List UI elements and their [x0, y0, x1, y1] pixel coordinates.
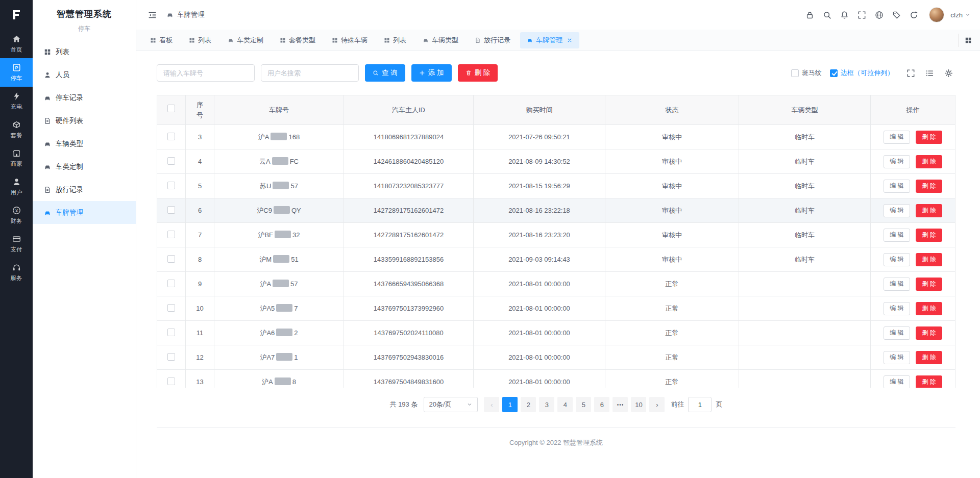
- app-logo[interactable]: [0, 0, 33, 30]
- edit-button[interactable]: 编 辑: [884, 155, 910, 168]
- row-delete-button[interactable]: 删 除: [916, 253, 942, 266]
- row-checkbox[interactable]: [167, 133, 175, 140]
- edit-button[interactable]: 编 辑: [884, 351, 910, 364]
- tab[interactable]: 车牌管理: [520, 32, 579, 48]
- cell-plate: 沪A168: [214, 125, 344, 149]
- page-button[interactable]: 3: [539, 397, 554, 412]
- query-button[interactable]: 查 询: [365, 64, 405, 82]
- sidebar-item[interactable]: 车辆类型: [33, 132, 136, 155]
- rail-item[interactable]: 首页: [0, 30, 33, 58]
- cell-status: 正常: [605, 370, 739, 388]
- sidebar-item[interactable]: 车类定制: [33, 155, 136, 178]
- page-button[interactable]: 4: [557, 397, 573, 412]
- page-button[interactable]: 1: [502, 397, 518, 412]
- fullscreen-icon[interactable]: [855, 8, 869, 22]
- row-delete-button[interactable]: 删 除: [916, 131, 942, 144]
- row-checkbox[interactable]: [167, 157, 175, 165]
- jump-page-input[interactable]: [688, 397, 712, 412]
- username-search-input[interactable]: [261, 64, 359, 82]
- delete-button[interactable]: 删 除: [458, 64, 498, 82]
- checkbox-checked[interactable]: [830, 69, 838, 77]
- edit-button[interactable]: 编 辑: [884, 204, 910, 217]
- tag-icon[interactable]: [890, 8, 903, 22]
- sidebar-item[interactable]: 人员: [33, 63, 136, 86]
- page-button[interactable]: ›: [649, 397, 665, 412]
- close-icon[interactable]: [567, 37, 573, 43]
- tab[interactable]: 列表: [182, 32, 218, 48]
- tab[interactable]: 放行记录: [468, 32, 517, 48]
- row-checkbox[interactable]: [167, 206, 175, 214]
- row-delete-button[interactable]: 删 除: [916, 302, 942, 315]
- sidebar-item[interactable]: 列表: [33, 40, 136, 63]
- rail-item[interactable]: 财务: [0, 201, 33, 230]
- page-button[interactable]: 5: [576, 397, 591, 412]
- page-button[interactable]: 10: [631, 397, 646, 412]
- avatar[interactable]: [929, 7, 944, 22]
- row-checkbox[interactable]: [167, 304, 175, 312]
- tab[interactable]: 看板: [143, 32, 179, 48]
- row-checkbox[interactable]: [167, 353, 175, 361]
- page-button[interactable]: 2: [521, 397, 536, 412]
- edit-button[interactable]: 编 辑: [884, 302, 910, 315]
- zebra-checkbox[interactable]: 斑马纹: [791, 68, 822, 78]
- row-checkbox[interactable]: [167, 329, 175, 336]
- edit-button[interactable]: 编 辑: [884, 180, 910, 193]
- row-checkbox[interactable]: [167, 182, 175, 189]
- tab-options-icon[interactable]: [958, 34, 973, 47]
- checkbox[interactable]: [791, 69, 799, 77]
- search-icon[interactable]: [820, 8, 834, 22]
- collapse-sidebar-icon[interactable]: [145, 8, 159, 22]
- edit-button[interactable]: 编 辑: [884, 253, 910, 266]
- rail-item[interactable]: 用户: [0, 172, 33, 201]
- row-delete-button[interactable]: 删 除: [916, 326, 942, 340]
- sidebar-item[interactable]: 硬件列表: [33, 109, 136, 132]
- tab[interactable]: 列表: [377, 32, 413, 48]
- row-checkbox[interactable]: [167, 255, 175, 263]
- tab[interactable]: 特殊车辆: [325, 32, 374, 48]
- plate-search-input[interactable]: [157, 64, 255, 82]
- rail-item[interactable]: 服务: [0, 258, 33, 287]
- rail-item[interactable]: 支付: [0, 230, 33, 258]
- row-delete-button[interactable]: 删 除: [916, 375, 942, 388]
- page-button[interactable]: ‹: [484, 397, 499, 412]
- edit-button[interactable]: 编 辑: [884, 375, 910, 388]
- cell-owner-id: 1427289175162601472: [344, 198, 474, 223]
- edit-button[interactable]: 编 辑: [884, 131, 910, 144]
- page-size-select[interactable]: 20条/页: [424, 397, 478, 412]
- row-checkbox[interactable]: [167, 231, 175, 238]
- expand-icon[interactable]: [904, 66, 918, 80]
- sidebar-item[interactable]: 放行记录: [33, 178, 136, 201]
- rail-item[interactable]: 套餐: [0, 115, 33, 144]
- row-delete-button[interactable]: 删 除: [916, 180, 942, 193]
- sidebar-item[interactable]: 停车记录: [33, 86, 136, 109]
- edit-button[interactable]: 编 辑: [884, 229, 910, 242]
- rail-item[interactable]: 充电: [0, 87, 33, 115]
- border-checkbox[interactable]: 边框（可拉伸列）: [830, 68, 894, 78]
- sidebar-item[interactable]: 车牌管理: [33, 201, 136, 224]
- page-button[interactable]: 6: [594, 397, 609, 412]
- row-delete-button[interactable]: 删 除: [916, 204, 942, 217]
- row-delete-button[interactable]: 删 除: [916, 351, 942, 364]
- row-delete-button[interactable]: 删 除: [916, 155, 942, 168]
- rail-item[interactable]: 停车: [0, 58, 33, 87]
- edit-button[interactable]: 编 辑: [884, 326, 910, 340]
- page-button[interactable]: •••: [612, 397, 628, 412]
- row-checkbox[interactable]: [167, 378, 175, 385]
- row-delete-button[interactable]: 删 除: [916, 229, 942, 242]
- language-icon[interactable]: [872, 8, 886, 22]
- lock-icon[interactable]: [803, 8, 817, 22]
- tab[interactable]: 车辆类型: [416, 32, 465, 48]
- list-icon[interactable]: [923, 66, 937, 80]
- row-checkbox[interactable]: [167, 280, 175, 287]
- rail-item[interactable]: 商家: [0, 144, 33, 172]
- tab[interactable]: 车类定制: [221, 32, 270, 48]
- add-button[interactable]: 添 加: [411, 64, 452, 82]
- refresh-icon[interactable]: [907, 8, 921, 22]
- tab[interactable]: 套餐类型: [273, 32, 322, 48]
- edit-button[interactable]: 编 辑: [884, 278, 910, 291]
- row-delete-button[interactable]: 删 除: [916, 278, 942, 291]
- bell-icon[interactable]: [838, 8, 851, 22]
- user-menu[interactable]: cfzh: [950, 11, 971, 19]
- select-all-checkbox[interactable]: [167, 105, 175, 112]
- gear-icon[interactable]: [942, 66, 955, 80]
